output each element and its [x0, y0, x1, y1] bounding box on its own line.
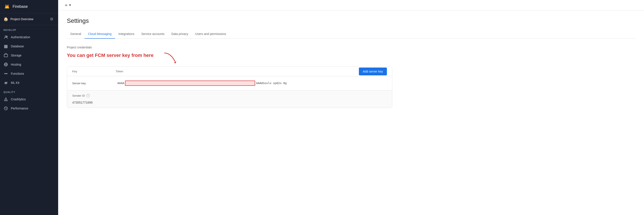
- sidebar-item-functions[interactable]: Functions: [0, 69, 58, 78]
- svg-point-11: [6, 100, 6, 101]
- fcm-annotation-text: You can get FCM server key from here: [67, 53, 154, 58]
- svg-rect-2: [4, 45, 8, 46]
- svg-point-8: [4, 73, 5, 74]
- gear-icon: ⚙: [50, 17, 54, 22]
- sidebar: Firebase 🏠 Project Overview ⚙ Develop Au…: [0, 0, 58, 215]
- top-bar: ie ▼: [58, 0, 644, 11]
- performance-icon: [4, 106, 8, 111]
- authentication-label: Authentication: [11, 35, 30, 39]
- project-section: 🏠 Project Overview ⚙: [0, 13, 58, 25]
- mlkit-icon: M: [4, 80, 8, 85]
- sender-id-label-text: Sender ID: [72, 94, 85, 97]
- sidebar-title: Firebase: [12, 4, 28, 9]
- crashlytics-icon: [4, 97, 8, 102]
- authentication-icon: [4, 35, 8, 40]
- storage-label: Storage: [11, 54, 22, 57]
- credentials-card: Key Token Add server key Server key AAAA…: [67, 67, 392, 108]
- sender-id-value: 473051771699: [72, 101, 92, 104]
- tab-service-accounts[interactable]: Service accounts: [138, 30, 168, 39]
- sidebar-item-crashlytics[interactable]: Crashlytics: [0, 95, 58, 104]
- quality-section-label: Quality: [0, 87, 58, 95]
- crashlytics-label: Crashlytics: [11, 98, 26, 101]
- project-overview-button[interactable]: 🏠 Project Overview: [4, 16, 48, 23]
- tab-integrations[interactable]: Integrations: [115, 30, 138, 39]
- quality-section: Quality Crashlytics Performance: [0, 87, 58, 113]
- add-server-key-button[interactable]: Add server key: [359, 68, 387, 75]
- server-key-label: Server key: [72, 82, 116, 85]
- sidebar-item-storage[interactable]: Storage: [0, 51, 58, 60]
- database-label: Database: [11, 45, 24, 48]
- sender-id-label-container: Sender ID ?: [72, 94, 90, 97]
- tabs-bar: General Cloud Messaging Integrations Ser…: [67, 30, 635, 39]
- home-icon: 🏠: [4, 17, 8, 22]
- project-credentials-section-title: Project credentials: [67, 46, 635, 49]
- server-key-row: Server key AAAA AAAASoxlo opQ2x 8g: [67, 76, 392, 90]
- content-area: Settings General Cloud Messaging Integra…: [58, 11, 644, 215]
- fcm-annotation: You can get FCM server key from here: [67, 53, 635, 64]
- page-title: Settings: [67, 17, 635, 24]
- functions-label: Functions: [11, 72, 24, 75]
- column-token-header: Token: [116, 70, 387, 73]
- develop-section-label: Develop: [0, 25, 58, 33]
- column-key-header: Key: [72, 70, 116, 73]
- svg-point-10: [6, 73, 8, 74]
- sidebar-item-database[interactable]: Database: [0, 42, 58, 51]
- hosting-icon: [4, 62, 8, 67]
- svg-point-9: [6, 73, 6, 74]
- sender-id-row: Sender ID ? 473051771699: [67, 90, 392, 108]
- dropdown-icon: ▼: [68, 4, 72, 7]
- sidebar-item-hosting[interactable]: Hosting: [0, 60, 58, 69]
- project-settings-gear-button[interactable]: ⚙: [48, 16, 55, 22]
- sidebar-item-performance[interactable]: Performance: [0, 104, 58, 113]
- fcm-arrow-icon: [162, 51, 180, 64]
- database-icon: [4, 44, 8, 49]
- performance-label: Performance: [11, 107, 28, 110]
- develop-section: Develop Authentication Database Storage …: [0, 25, 58, 87]
- hosting-label: Hosting: [11, 63, 21, 66]
- project-selector-button[interactable]: ie ▼: [63, 3, 73, 8]
- firebase-logo-icon: [4, 3, 10, 10]
- mlkit-label: ML Kit: [11, 81, 19, 85]
- tab-cloud-messaging[interactable]: Cloud Messaging: [84, 30, 115, 39]
- storage-icon: [4, 53, 8, 58]
- token-text-start: AAAA: [118, 81, 124, 85]
- sidebar-item-authentication[interactable]: Authentication: [0, 33, 58, 42]
- credentials-header-row: Key Token Add server key: [67, 67, 392, 76]
- server-key-token: AAAA AAAASoxlo opQ2x 8g: [116, 80, 387, 87]
- tab-general[interactable]: General: [67, 30, 84, 39]
- token-text-end: AAAASoxlo opQ2x 8g: [256, 81, 287, 85]
- svg-rect-5: [4, 54, 8, 57]
- sidebar-item-mlkit[interactable]: M ML Kit: [0, 78, 58, 87]
- tab-users-permissions[interactable]: Users and permissions: [192, 30, 230, 39]
- tab-data-privacy[interactable]: Data privacy: [168, 30, 192, 39]
- sidebar-header: Firebase: [0, 0, 58, 13]
- sender-id-help-icon[interactable]: ?: [86, 94, 90, 97]
- project-name: ie: [65, 4, 67, 7]
- main-content: ie ▼ Settings General Cloud Messaging In…: [58, 0, 644, 215]
- project-overview-label: Project Overview: [10, 17, 34, 21]
- svg-rect-3: [4, 46, 8, 47]
- svg-rect-4: [4, 47, 8, 48]
- functions-icon: [4, 71, 8, 76]
- token-text-redacted: [125, 81, 255, 86]
